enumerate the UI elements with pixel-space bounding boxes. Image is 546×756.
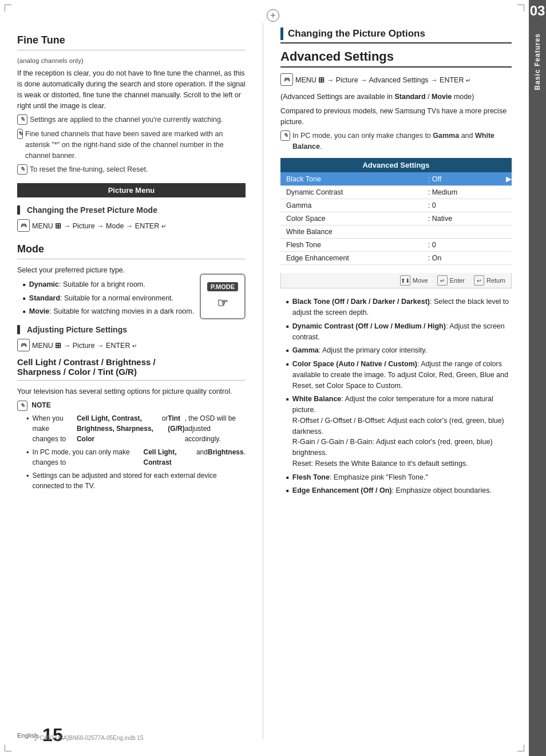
table-cell-label-5: Flesh Tone [280,239,422,252]
adjusting-title: Adjusting Picture Settings [17,325,246,334]
section-bar [280,27,283,40]
table-cell-value-1: : Medium [422,186,500,199]
settings-bullet-5: Flesh Tone: Emphasize pink "Flesh Tone." [286,472,512,483]
pmode-button[interactable]: P.MODE ☞ [200,274,246,319]
advanced-pc-note-text: In PC mode, you can only make changes to… [292,130,512,152]
table-cell-value-3: : Native [422,212,500,225]
table-cell-value-4 [422,225,500,239]
preset-menu-path: 🎮 MENU ⊞ → Picture → Mode → ENTER ↵ [17,219,246,232]
mode-title: Mode [17,243,246,259]
table-cell-label-6: Edge Enhancement [280,252,422,265]
adjusting-remote-icon: 🎮 [17,339,30,351]
page-footer: [PC450-USA]BN68-02577A-05Eng.indb 15 Eng… [17,725,529,746]
adjusting-body: Your television has several setting opti… [17,386,246,397]
table-cell-label-4: White Balance [280,225,422,239]
nav-return: ↩ Return [474,275,505,286]
adjusting-menu-path: 🎮 MENU ⊞ → Picture → ENTER ↵ [17,339,246,351]
section-divider-2 [280,66,512,68]
right-column: Changing the Picture Options Advanced Se… [263,23,512,739]
preset-mode-title: Changing the Preset Picture Mode [17,205,246,215]
table-cell-label-1: Dynamic Contrast [280,186,422,199]
table-cell-arrow-1 [500,186,512,199]
note-icon-adv: ✎ [280,130,290,141]
advanced-note1: (Advanced Settings are available in Stan… [280,92,512,102]
main-content: Fine Tune (analog channels only) If the … [0,23,529,739]
return-icon: ↩ [474,275,484,286]
nav-enter: ↵ Enter [437,275,465,286]
section-divider-1 [280,42,512,43]
note-icon-2: ✎ [17,129,23,139]
note-icon-1: ✎ [17,114,27,125]
fine-tune-body: If the reception is clear, you do not ha… [17,68,246,111]
adjusting-note-3: Settings can be adjusted and stored for … [26,470,246,491]
settings-bullet-list: Black Tone (Off / Dark / Darker / Darkes… [286,296,512,496]
side-tab-label: Basic Features [531,22,544,101]
hand-icon: ☞ [217,296,228,311]
table-cell-label-0: Black Tone [280,172,422,186]
table-cell-arrow-4 [500,225,512,239]
settings-bullet-4: White Balance: Adjust the color temperat… [286,394,512,469]
side-tab-number: 03 [527,0,546,22]
settings-bullet-1: Dynamic Contrast (Off / Low / Medium / H… [286,321,512,343]
settings-bullet-3: Color Space (Auto / Native / Custom): Ad… [286,359,512,391]
enter-icon: ↵ [437,275,448,286]
fine-tune-note-1: ✎ Settings are applied to the channel yo… [17,114,246,125]
fine-tune-note-1-text: Settings are applied to the channel you'… [30,114,223,125]
footer-file-stamp: [PC450-USA]BN68-02577A-05Eng.indb 15 [34,735,144,741]
pmode-button-container: P.MODE ☞ [200,274,246,319]
table-cell-value-0: : Off [422,172,500,186]
corner-mark-tl [5,5,11,11]
adjusting-section: Adjusting Picture Settings 🎮 MENU ⊞ → Pi… [17,325,246,491]
nav-move-label: Move [413,277,428,284]
table-cell-label-3: Color Space [280,212,422,225]
table-cell-value-2: : 0 [422,199,500,212]
nav-enter-label: Enter [450,277,465,284]
table-cell-arrow-5 [500,239,512,252]
adjusting-note-2: In PC mode, you can only make changes to… [26,447,246,468]
changing-options-header: Changing the Picture Options [280,27,512,40]
note-icon-3: ✎ [17,164,27,175]
table-cell-arrow-3 [500,212,512,225]
advanced-settings-table: Advanced Settings Black Tone: Off▶Dynami… [280,158,512,266]
preset-mode-section: Changing the Preset Picture Mode 🎮 MENU … [17,205,246,232]
adjusting-note-1: When you make changes to Cell Light, Con… [26,413,246,444]
adjusting-notes: When you make changes to Cell Light, Con… [26,413,246,491]
adjusting-menu-path-text: MENU ⊞ → Picture → ENTER ↵ [32,341,137,350]
fine-tune-section: Fine Tune (analog channels only) If the … [17,34,246,175]
fine-tune-title: Fine Tune [17,34,246,50]
fine-tune-note-3-text: To reset the fine-tuning, select Reset. [30,164,148,175]
preset-menu-path-text: MENU ⊞ → Picture → Mode → ENTER ↵ [32,221,166,230]
table-cell-value-6: : On [422,252,500,265]
table-cell-arrow-6 [500,252,512,265]
fine-tune-note-2-text: Fine tuned channels that have been saved… [25,129,246,161]
left-column: Fine Tune (analog channels only) If the … [17,23,263,739]
table-cell-value-5: : 0 [422,239,500,252]
menu-remote-icon: 🎮 [17,219,30,232]
corner-mark-tr [517,5,524,11]
side-tab: 03 Basic Features [529,0,546,756]
fine-tune-note-3: ✎ To reset the fine-tuning, select Reset… [17,164,246,175]
pmode-label[interactable]: P.MODE [207,282,238,291]
advanced-pc-note: ✎ In PC mode, you can only make changes … [280,130,512,152]
advanced-settings-title: Advanced Settings [280,49,512,64]
note-header: ✎ NOTE [17,401,246,411]
compass-mark [264,7,282,24]
advanced-menu-path-text: MENU ⊞ → Picture → Advanced Settings → E… [295,76,470,84]
table-cell-arrow-2 [500,199,512,212]
settings-bullet-2: Gamma: Adjust the primary color intensit… [286,345,512,356]
crosshair-icon [267,9,279,22]
nav-return-label: Return [486,277,505,284]
fine-tune-note-2: ✎ Fine tuned channels that have been sav… [17,129,246,161]
advanced-settings-section: Advanced Settings 🎮 MENU ⊞ → Picture → A… [280,49,512,288]
picture-menu-box: Picture Menu [17,183,246,197]
mode-section: Mode Select your preferred picture type.… [17,243,246,317]
nav-move: ⬆⬇ Move [400,275,428,286]
advanced-note2: Compared to previous models, new Samsung… [280,106,512,128]
table-nav-bar: ⬆⬇ Move ↵ Enter ↩ Return [280,273,512,288]
table-cell-label-2: Gamma [280,199,422,212]
fine-tune-subtitle: (analog channels only) [17,56,246,66]
note-icon-adj: ✎ [17,401,27,411]
table-header: Advanced Settings [280,158,512,172]
settings-bullet-0: Black Tone (Off / Dark / Darker / Darkes… [286,296,512,318]
cell-light-title: Cell Light / Contrast / Brightness /Shar… [17,357,246,381]
